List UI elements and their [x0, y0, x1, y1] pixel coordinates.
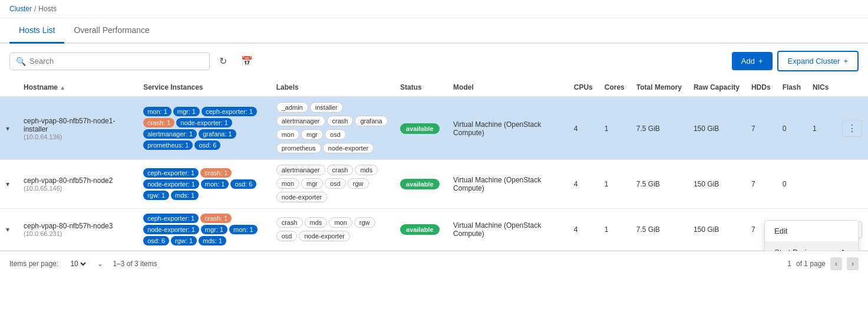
cell-flash: 0: [777, 97, 807, 160]
cell-model: Virtual Machine (OpenStack Compute): [447, 160, 568, 209]
context-menu-start-drain[interactable]: Start Drain ▶: [765, 241, 858, 251]
cell-service-instances: mon: 1mgr: 1ceph-exporter: 1crash: 1node…: [137, 97, 270, 160]
cell-labels: crashmdsmonrgwosdnode-exporter: [270, 209, 394, 251]
cell-status: available: [394, 160, 447, 209]
breadcrumb: Cluster / Hosts: [0, 0, 868, 18]
col-status: Status: [394, 78, 447, 97]
cell-actions: [836, 160, 868, 209]
table-row: ▾ceph-vpap-80-nfb57h-node3(10.0.66.231)c…: [0, 209, 868, 251]
cell-service-instances: ceph-exporter: 1crash: 1node-exporter: 1…: [137, 209, 270, 251]
cell-cpus: 4: [568, 97, 599, 160]
toolbar: 🔍 ↻ 📅 Add + Expand Cluster +: [0, 44, 868, 78]
cell-hostname: ceph-vpap-80-nfb57h-node2(10.0.65.146): [18, 160, 137, 209]
search-input[interactable]: [29, 57, 203, 65]
col-expand: [0, 78, 18, 97]
cell-labels: _admininstalleralertmanagercrashgrafanam…: [270, 97, 394, 160]
cell-raw-capacity: 150 GiB: [688, 209, 745, 251]
expand-cluster-button[interactable]: Expand Cluster +: [777, 51, 859, 71]
cell-hdds: 7: [745, 97, 777, 160]
col-hdds: HDDs: [745, 78, 777, 97]
page-number: 1: [787, 260, 791, 268]
breadcrumb-cluster[interactable]: Cluster: [9, 5, 32, 13]
cell-service-instances: ceph-exporter: 1crash: 1node-exporter: 1…: [137, 160, 270, 209]
add-button[interactable]: Add +: [732, 52, 773, 70]
tab-hosts-list[interactable]: Hosts List: [9, 18, 64, 44]
cell-raw-capacity: 150 GiB: [688, 97, 745, 160]
cell-cores: 1: [599, 97, 631, 160]
cell-total-memory: 7.5 GiB: [631, 97, 688, 160]
cell-labels: alertmanagercrashmdsmonmgrosdrgwnode-exp…: [270, 160, 394, 209]
cell-hostname: ceph-vpap-80-nfb57h-node3(10.0.66.231): [18, 209, 137, 251]
items-count: 1–3 of 3 items: [113, 260, 157, 268]
items-per-page-select[interactable]: 10 25 50: [68, 259, 88, 268]
col-hostname[interactable]: Hostname ▲: [18, 78, 137, 97]
breadcrumb-sep: /: [34, 5, 36, 13]
cell-cpus: 4: [568, 160, 599, 209]
expand-cluster-label: Expand Cluster: [788, 57, 840, 65]
cell-total-memory: 7.5 GiB: [631, 160, 688, 209]
cell-cpus: 4: [568, 209, 599, 251]
items-per-page-label: Items per page:: [9, 260, 58, 268]
col-nics: NICs: [807, 78, 836, 97]
tab-overall-performance[interactable]: Overall Performance: [64, 18, 159, 44]
search-container: 🔍: [9, 53, 210, 70]
search-icon: 🔍: [16, 57, 26, 66]
cell-flash: 0: [777, 160, 807, 209]
cell-nics: 1: [807, 97, 836, 160]
chevron-down-icon: ⌄: [97, 260, 103, 268]
sort-icon: ▲: [60, 84, 65, 91]
cell-status: available: [394, 209, 447, 251]
cell-model: Virtual Machine (OpenStack Compute): [447, 209, 568, 251]
row-expand[interactable]: ▾: [0, 209, 18, 251]
breadcrumb-hosts: Hosts: [38, 5, 57, 13]
cell-cores: 1: [599, 160, 631, 209]
col-cores: Cores: [599, 78, 631, 97]
col-raw-capacity: Raw Capacity: [688, 78, 745, 97]
add-icon: +: [758, 57, 763, 65]
row-actions-button[interactable]: ⋮: [842, 120, 862, 137]
of-pages: of 1 page: [796, 260, 826, 268]
cell-status: available: [394, 97, 447, 160]
context-menu-edit[interactable]: Edit: [765, 221, 858, 241]
cell-cores: 1: [599, 209, 631, 251]
calendar-button[interactable]: 📅: [236, 52, 258, 70]
cursor-icon: ▶: [842, 247, 849, 251]
cell-actions: ⋮: [836, 97, 868, 160]
add-label: Add: [741, 57, 755, 65]
table-row: ▾ceph-vpap-80-nfb57h-node1-installer(10.…: [0, 97, 868, 160]
table-row: ▾ceph-vpap-80-nfb57h-node2(10.0.65.146)c…: [0, 160, 868, 209]
col-service-instances: Service Instances: [137, 78, 270, 97]
page-nav: 1 of 1 page ‹ ›: [787, 257, 859, 270]
next-page-button[interactable]: ›: [847, 257, 859, 270]
footer: Items per page: 10 25 50 ⌄ 1–3 of 3 item…: [0, 251, 868, 276]
col-total-memory: Total Memory: [631, 78, 688, 97]
col-model: Model: [447, 78, 568, 97]
cell-raw-capacity: 150 GiB: [688, 160, 745, 209]
prev-page-button[interactable]: ‹: [830, 257, 842, 270]
cell-hostname: ceph-vpap-80-nfb57h-node1-installer(10.0…: [18, 97, 137, 160]
col-actions: [836, 78, 868, 97]
refresh-button[interactable]: ↻: [214, 52, 232, 70]
expand-cluster-icon: +: [843, 57, 848, 65]
cell-hdds: 7: [745, 160, 777, 209]
col-flash: Flash: [777, 78, 807, 97]
col-labels: Labels: [270, 78, 394, 97]
row-expand[interactable]: ▾: [0, 97, 18, 160]
cell-total-memory: 7.5 GiB: [631, 209, 688, 251]
table-container: Hostname ▲ Service Instances Labels Stat…: [0, 78, 868, 251]
col-cpus: CPUs: [568, 78, 599, 97]
row-expand[interactable]: ▾: [0, 160, 18, 209]
tabs-container: Hosts List Overall Performance: [0, 18, 868, 44]
cell-nics: [807, 160, 836, 209]
context-menu: Edit Start Drain ▶ Remove Enter Maintena…: [764, 220, 859, 251]
cell-model: Virtual Machine (OpenStack Compute): [447, 97, 568, 160]
